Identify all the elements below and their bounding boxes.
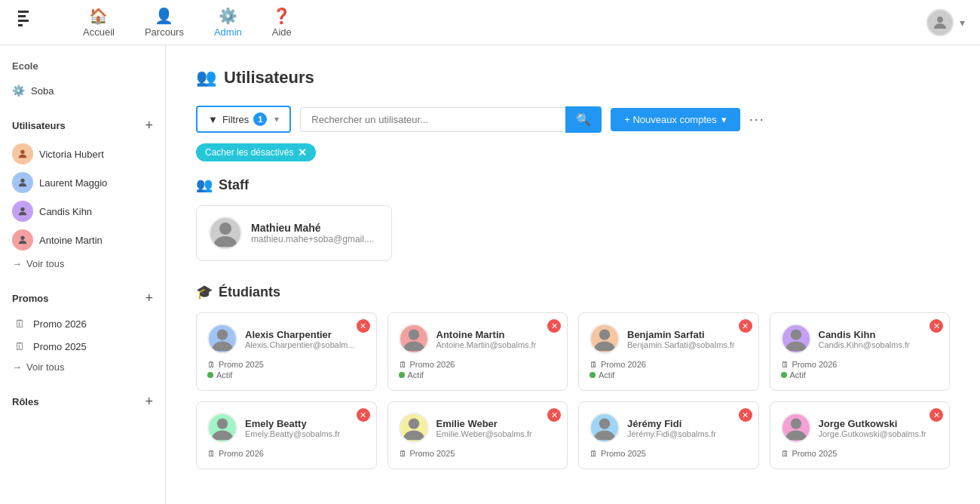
- student-card-st2[interactable]: ✕ Antoine Martin Antoine.Martin@sobalms.…: [387, 312, 568, 391]
- student-card-st8[interactable]: ✕ Jorge Gutkowski Jorge.Gutkowski@sobalm…: [770, 401, 951, 469]
- promo-label-st6: Promo 2025: [410, 449, 455, 458]
- students-section-title: Étudiants: [219, 284, 280, 300]
- nav-items: 🏠 Accueil 👤 Parcours ⚙️ Admin ❓ Aide: [68, 1, 307, 44]
- more-options-button[interactable]: ···: [749, 112, 765, 128]
- remove-student-st4[interactable]: ✕: [929, 319, 943, 333]
- student-card-st1[interactable]: ✕ Alexis Charpentier Alexis.Charpentier@…: [196, 312, 377, 391]
- sidebar-ecole-label: Ecole: [12, 60, 153, 72]
- add-promo-button[interactable]: +: [145, 291, 153, 305]
- student-status-st1: Actif: [207, 370, 366, 380]
- see-all-promos[interactable]: → Voir tous: [12, 358, 153, 376]
- student-promo-st8: 🗓 Promo 2025: [781, 449, 939, 458]
- sidebar-item-candis-kihn[interactable]: Candis Kihn: [12, 197, 153, 226]
- label-victoria-hubert: Victoria Hubert: [39, 149, 104, 160]
- users-page-icon: 👥: [196, 68, 216, 88]
- student-top-st7: Jérémy Fidi Jérémy.Fidi@sobalms.fr: [590, 413, 748, 443]
- student-card-st6[interactable]: ✕ Emilie Weber Emilie.Weber@sobalms.fr 🗓…: [387, 401, 568, 469]
- nav-accueil[interactable]: 🏠 Accueil: [68, 1, 130, 44]
- logo[interactable]: [15, 8, 45, 38]
- student-name-st4: Candis Kihn: [819, 329, 910, 340]
- new-account-button[interactable]: + Nouveaux comptes ▾: [611, 108, 740, 131]
- student-info-st3: Benjamin Sarfati Benjamin.Sarfati@sobalm…: [627, 329, 735, 349]
- svg-rect-1: [18, 15, 26, 17]
- svg-point-12: [599, 329, 610, 340]
- filter-button[interactable]: ▼ Filtres 1 ▾: [196, 106, 291, 133]
- student-name-st2: Antoine Martin: [436, 329, 537, 340]
- remove-student-st7[interactable]: ✕: [739, 408, 752, 422]
- student-status-st3: Actif: [590, 370, 748, 380]
- remove-student-st3[interactable]: ✕: [739, 319, 752, 333]
- label-laurent-maggio: Laurent Maggio: [39, 177, 107, 189]
- student-email-st7: Jérémy.Fidi@sobalms.fr: [627, 429, 716, 438]
- new-account-chevron: ▾: [721, 114, 727, 125]
- filter-label: Filtres: [222, 114, 249, 125]
- add-utilisateur-button[interactable]: +: [145, 118, 153, 132]
- remove-student-st6[interactable]: ✕: [547, 408, 561, 422]
- nav-admin[interactable]: ⚙️ Admin: [199, 1, 257, 44]
- filter-count-badge: 1: [253, 112, 267, 126]
- student-card-st5[interactable]: ✕ Emely Beatty Emely.Beatty@sobalms.fr 🗓…: [196, 401, 377, 469]
- nav-aide[interactable]: ❓ Aide: [257, 1, 307, 44]
- staff-section-header: 👥 Staff: [196, 177, 950, 193]
- sidebar-item-soba[interactable]: ⚙️ Soba: [12, 81, 153, 100]
- student-promo-st2: 🗓 Promo 2026: [399, 360, 557, 369]
- user-dropdown-chevron[interactable]: ▾: [960, 17, 965, 29]
- student-promo-st5: 🗓 Promo 2026: [207, 449, 366, 458]
- svg-point-9: [219, 223, 231, 235]
- promo-icon-st1: 🗓: [207, 360, 216, 369]
- nav-parcours[interactable]: 👤 Parcours: [130, 1, 199, 44]
- student-promo-st4: 🗓 Promo 2026: [781, 360, 939, 369]
- parcours-icon: 👤: [155, 7, 173, 25]
- promo-label-st2: Promo 2026: [410, 360, 455, 369]
- sidebar-item-promo-2025[interactable]: 🗓 Promo 2025: [12, 335, 153, 358]
- student-avatar-st7: [590, 413, 620, 443]
- top-navigation: 🏠 Accueil 👤 Parcours ⚙️ Admin ❓ Aide ▾: [0, 0, 980, 45]
- remove-filter-button[interactable]: ✕: [298, 146, 307, 158]
- page-header: 👥 Utilisateurs: [196, 68, 950, 88]
- remove-student-st2[interactable]: ✕: [547, 319, 561, 333]
- student-info-st8: Jorge Gutkowski Jorge.Gutkowski@sobalms.…: [819, 418, 926, 438]
- staff-card-mathieu[interactable]: Mathieu Mahé mathieu.mahe+soba@gmail....: [196, 205, 392, 261]
- remove-student-st1[interactable]: ✕: [357, 319, 370, 333]
- avatar-antoine-martin: [12, 229, 33, 250]
- student-name-st6: Emilie Weber: [436, 418, 532, 429]
- svg-point-15: [408, 418, 418, 429]
- sidebar-promos-section: Promos + 🗓 Promo 2026 🗓 Promo 2025 → Voi…: [0, 291, 165, 376]
- sidebar-item-antoine-martin[interactable]: Antoine Martin: [12, 226, 153, 254]
- voir-tous-promos-label: Voir tous: [26, 361, 65, 373]
- search-button[interactable]: 🔍: [565, 106, 602, 133]
- student-email-st8: Jorge.Gutkowski@sobalms.fr: [819, 429, 926, 438]
- add-role-button[interactable]: +: [145, 395, 153, 408]
- svg-point-4: [937, 17, 943, 23]
- student-avatar-st3: [590, 324, 620, 354]
- promo-icon-st3: 🗓: [590, 360, 598, 369]
- student-avatar-st1: [207, 324, 237, 354]
- sidebar-item-laurent-maggio[interactable]: Laurent Maggio: [12, 168, 153, 197]
- status-dot-st4: [781, 372, 787, 378]
- svg-point-13: [790, 329, 801, 340]
- svg-rect-0: [18, 11, 29, 13]
- student-card-st7[interactable]: ✕ Jérémy Fidi Jérémy.Fidi@sobalms.fr 🗓 P…: [578, 401, 759, 469]
- avatar-laurent-maggio: [12, 172, 33, 193]
- active-filter-tag: Cacher les désactivés ✕: [196, 143, 316, 161]
- search-input[interactable]: [300, 107, 565, 132]
- sidebar-item-promo-2026[interactable]: 🗓 Promo 2026: [12, 312, 153, 335]
- student-top-st4: Candis Kihn Candis.Kihn@sobalms.fr: [781, 324, 939, 354]
- nav-right: ▾: [926, 9, 965, 36]
- sidebar-roles-header: Rôles +: [12, 395, 153, 408]
- page-title: Utilisateurs: [224, 68, 314, 88]
- students-section-header: 🎓 Étudiants: [196, 284, 950, 300]
- remove-student-st5[interactable]: ✕: [357, 408, 370, 422]
- student-card-st4[interactable]: ✕ Candis Kihn Candis.Kihn@sobalms.fr 🗓 P…: [770, 312, 951, 391]
- sidebar-utilisateurs-header: Utilisateurs +: [12, 118, 153, 132]
- user-avatar[interactable]: [926, 9, 954, 36]
- svg-point-6: [20, 179, 24, 183]
- student-card-st3[interactable]: ✕ Benjamin Sarfati Benjamin.Sarfati@soba…: [578, 312, 759, 391]
- promo-icon-st6: 🗓: [399, 449, 407, 458]
- label-promo-2025: Promo 2025: [33, 341, 87, 352]
- soba-icon: ⚙️: [12, 85, 25, 97]
- status-dot-st2: [399, 372, 405, 378]
- remove-student-st8[interactable]: ✕: [929, 408, 943, 422]
- see-all-utilisateurs[interactable]: → Voir tous: [12, 254, 153, 273]
- sidebar-item-victoria-hubert[interactable]: Victoria Hubert: [12, 140, 153, 168]
